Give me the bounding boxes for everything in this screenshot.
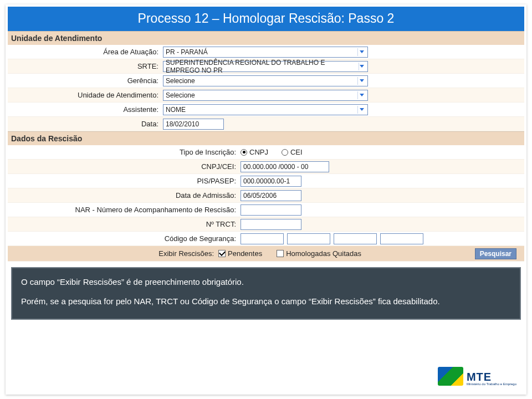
row-srte: SRTE: SUPERINTENDÊNCIA REGIONAL DO TRABA… [8, 59, 524, 74]
chevron-down-icon [357, 48, 365, 56]
label-area: Área de Atuação: [8, 48, 163, 56]
row-codseg: Código de Segurança: [8, 232, 524, 246]
mte-logo: MTE Ministério do Trabalho e Emprego [438, 367, 516, 386]
row-tipo: Tipo de Inscrição: CNPJ CEI [8, 145, 524, 160]
section-unidade-header: Unidade de Atendimento [8, 31, 524, 45]
mte-logo-full: Ministério do Trabalho e Emprego [467, 382, 516, 386]
label-data: Data: [8, 120, 163, 128]
row-admissao: Data de Admissão: 06/05/2006 [8, 188, 524, 203]
row-exibir: Exibir Rescisões: Pendentes Homologadas … [8, 246, 524, 262]
label-assistente: Assistente: [8, 105, 163, 114]
select-value: Selecione [166, 91, 195, 99]
row-cnpj: CNPJ/CEI: 00.000.000 /0000 - 00 [8, 160, 524, 174]
row-trct: Nº TRCT: [8, 217, 524, 232]
radio-cnpj[interactable] [241, 149, 247, 156]
chevron-down-icon [357, 106, 365, 114]
row-pis: PIS/PASEP: 000.00000.00-1 [8, 174, 524, 188]
input-cnpj[interactable]: 00.000.000 /0000 - 00 [241, 161, 329, 172]
select-value: NOME [166, 106, 186, 114]
mte-logo-icon [438, 367, 463, 386]
checkbox-homologadas[interactable] [277, 250, 284, 257]
radio-cei[interactable] [282, 149, 288, 156]
radio-cnpj-label: CNPJ [249, 148, 268, 156]
input-admissao[interactable]: 06/05/2006 [241, 190, 301, 201]
note-line-1: O campo “Exibir Rescisões” é de preenchi… [21, 276, 511, 289]
select-area-atuacao[interactable]: PR - PARANÁ [163, 47, 368, 58]
checkbox-pendentes-label: Pendentes [228, 249, 262, 258]
row-unidade: Unidade de Atendimento: Selecione [8, 88, 524, 103]
select-assistente[interactable]: NOME [163, 104, 368, 115]
input-trct[interactable] [241, 219, 301, 230]
select-srte[interactable]: SUPERINTENDÊNCIA REGIONAL DO TRABALHO E … [163, 61, 368, 72]
label-tipo: Tipo de Inscrição: [8, 148, 241, 156]
row-nar: NAR - Número de Acompanhamento de Rescis… [8, 203, 524, 217]
select-value: SUPERINTENDÊNCIA REGIONAL DO TRABALHO E … [166, 59, 356, 74]
chevron-down-icon [357, 91, 365, 99]
section-dados-header: Dados da Rescisão [8, 131, 524, 145]
row-gerencia: Gerência: Selecione [8, 74, 524, 88]
note-box: O campo “Exibir Rescisões” é de preenchi… [11, 267, 521, 320]
slide: Processo 12 – Homologar Rescisão: Passo … [6, 4, 526, 395]
input-codseg-2[interactable] [287, 233, 330, 244]
chevron-down-icon [359, 63, 365, 70]
input-data[interactable]: 18/02/2010 [163, 119, 224, 130]
label-admissao: Data de Admissão: [8, 191, 241, 200]
page-title: Processo 12 – Homologar Rescisão: Passo … [8, 7, 524, 31]
row-area: Área de Atuação: PR - PARANÁ [8, 45, 524, 59]
label-gerencia: Gerência: [8, 76, 163, 85]
label-srte: SRTE: [8, 62, 163, 70]
row-data: Data: 18/02/2010 [8, 117, 524, 131]
label-exibir: Exibir Rescisões: [8, 249, 218, 258]
select-value: Selecione [166, 77, 195, 85]
label-pis: PIS/PASEP: [8, 177, 241, 185]
pesquisar-button[interactable]: Pesquisar [475, 248, 516, 259]
input-codseg-4[interactable] [380, 233, 423, 244]
select-unidade[interactable]: Selecione [163, 90, 368, 101]
label-nar: NAR - Número de Acompanhamento de Rescis… [8, 206, 241, 214]
label-codseg: Código de Segurança: [8, 234, 241, 243]
label-trct: Nº TRCT: [8, 220, 241, 228]
checkbox-pendentes[interactable] [218, 250, 226, 257]
input-codseg-1[interactable] [241, 233, 284, 244]
label-unidade: Unidade de Atendimento: [8, 91, 163, 99]
radio-cei-label: CEI [290, 148, 303, 156]
checkbox-homologadas-label: Homologadas Quitadas [286, 249, 361, 258]
select-value: PR - PARANÁ [166, 48, 208, 56]
note-line-2: Porém, se a pesquisa for pelo NAR, TRCT … [21, 295, 511, 308]
mte-logo-abbr: MTE [467, 371, 516, 382]
input-codseg-3[interactable] [334, 233, 377, 244]
label-cnpj: CNPJ/CEI: [8, 162, 241, 171]
chevron-down-icon [357, 77, 365, 85]
input-nar[interactable] [241, 204, 301, 216]
row-assistente: Assistente: NOME [8, 103, 524, 117]
form-area: Unidade de Atendimento Área de Atuação: … [6, 31, 526, 262]
select-gerencia[interactable]: Selecione [163, 75, 368, 86]
input-pis[interactable]: 000.00000.00-1 [241, 176, 301, 187]
